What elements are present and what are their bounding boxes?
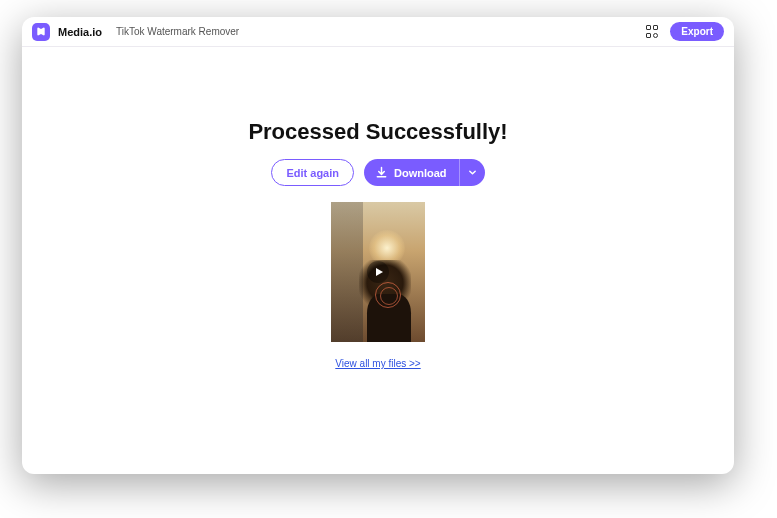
chevron-down-icon xyxy=(468,168,477,177)
apps-grid-icon[interactable] xyxy=(646,25,660,39)
brand-name[interactable]: Media.io xyxy=(58,26,102,38)
page-title: Processed Successfully! xyxy=(248,119,507,145)
main-content: Processed Successfully! Edit again Downl… xyxy=(22,47,734,369)
video-thumbnail[interactable] xyxy=(331,202,425,342)
play-icon[interactable] xyxy=(367,261,389,283)
logo-icon[interactable] xyxy=(32,23,50,41)
actions-row: Edit again Download xyxy=(271,159,484,186)
export-button[interactable]: Export xyxy=(670,22,724,41)
tool-name: TikTok Watermark Remover xyxy=(116,26,239,37)
download-label: Download xyxy=(394,167,447,179)
app-window: Media.io TikTok Watermark Remover Export… xyxy=(22,17,734,474)
header: Media.io TikTok Watermark Remover Export xyxy=(22,17,734,47)
download-icon xyxy=(375,166,388,179)
view-files-link[interactable]: View all my files >> xyxy=(335,358,420,369)
download-button[interactable]: Download xyxy=(364,159,459,186)
download-dropdown-button[interactable] xyxy=(459,159,485,186)
download-button-group: Download xyxy=(364,159,485,186)
edit-again-button[interactable]: Edit again xyxy=(271,159,354,186)
header-right: Export xyxy=(646,22,724,41)
thumb-lens-flare xyxy=(375,282,401,308)
header-left: Media.io TikTok Watermark Remover xyxy=(32,23,239,41)
